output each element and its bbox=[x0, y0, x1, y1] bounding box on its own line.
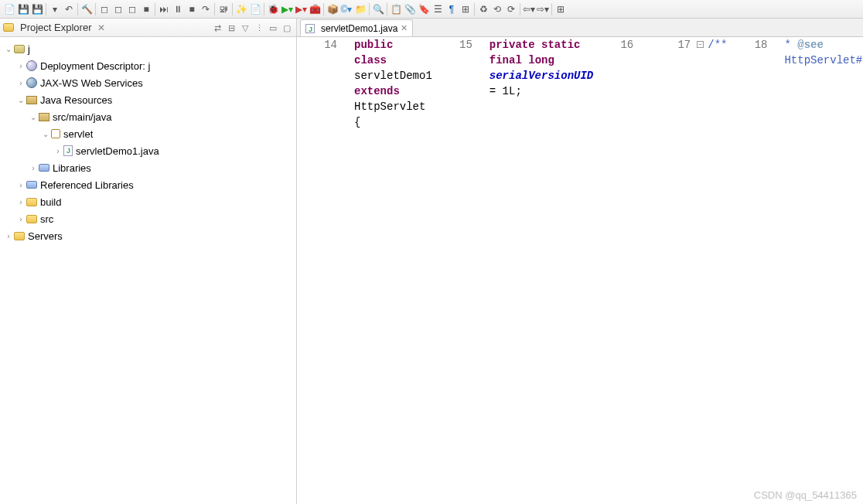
java-file-node[interactable]: › servletDemo1.java bbox=[0, 142, 296, 159]
new2-icon[interactable]: 📄 bbox=[249, 3, 261, 15]
java-file-icon bbox=[305, 24, 315, 33]
drop-icon[interactable]: ▾ bbox=[49, 3, 61, 15]
search-icon[interactable]: 🔍 bbox=[372, 3, 384, 15]
stop-icon[interactable]: ■ bbox=[140, 3, 152, 15]
jaxws-node[interactable]: › JAX-WS Web Services bbox=[0, 74, 296, 91]
editor-area: servletDemo1.java ✕ 14public class servl… bbox=[297, 19, 863, 504]
close-icon[interactable]: ✕ bbox=[401, 23, 408, 33]
libraries-node[interactable]: › Libraries bbox=[0, 159, 296, 176]
pi-icon[interactable]: ¶ bbox=[445, 3, 458, 15]
minimize-icon[interactable]: ▭ bbox=[267, 22, 279, 34]
folder-icon bbox=[3, 23, 14, 32]
editor-tab[interactable]: servletDemo1.java ✕ bbox=[300, 19, 413, 36]
nav2-icon[interactable]: ⟳ bbox=[505, 3, 517, 15]
folder-icon bbox=[26, 198, 37, 206]
ext-run-icon[interactable]: 🧰▾ bbox=[309, 3, 321, 15]
chevron-down-icon[interactable]: ⌄ bbox=[15, 96, 26, 104]
chevron-right-icon[interactable]: › bbox=[15, 79, 26, 87]
step-icon[interactable]: ↷ bbox=[200, 3, 212, 15]
build-node[interactable]: › build bbox=[0, 193, 296, 210]
link-editor-icon[interactable]: ⇄ bbox=[211, 22, 223, 34]
filter-icon[interactable]: ▽ bbox=[239, 22, 251, 34]
chevron-right-icon[interactable]: › bbox=[3, 232, 14, 240]
box3-icon[interactable]: ◻ bbox=[126, 3, 138, 15]
src-node[interactable]: › src bbox=[0, 210, 296, 227]
forward-icon[interactable]: ⇨▾ bbox=[537, 3, 549, 15]
new-class-icon[interactable]: ©▾ bbox=[340, 3, 353, 15]
skip-icon[interactable]: ⏭ bbox=[158, 3, 170, 15]
dd-node[interactable]: › Deployment Descriptor: j bbox=[0, 57, 296, 74]
collapse-all-icon[interactable]: ⊟ bbox=[225, 22, 237, 34]
server-icon[interactable]: 🖳 bbox=[217, 3, 230, 15]
java-file-icon bbox=[63, 145, 73, 156]
box-icon[interactable]: ◻ bbox=[98, 3, 111, 15]
chevron-right-icon[interactable]: › bbox=[15, 181, 26, 189]
panel-title: Project Explorer bbox=[20, 22, 91, 33]
library-icon bbox=[26, 181, 37, 189]
editor-tabs: servletDemo1.java ✕ bbox=[297, 19, 863, 37]
chevron-down-icon[interactable]: ⌄ bbox=[28, 113, 39, 121]
chevron-right-icon[interactable]: › bbox=[53, 147, 63, 155]
chevron-right-icon[interactable]: › bbox=[15, 215, 26, 223]
coverage-icon[interactable]: ▶▾ bbox=[295, 3, 307, 15]
build-icon[interactable]: 🔨 bbox=[80, 3, 93, 15]
ref-libraries-node[interactable]: › Referenced Libraries bbox=[0, 176, 296, 193]
save-all-icon[interactable]: 💾 bbox=[31, 3, 43, 15]
maximize-icon[interactable]: ▢ bbox=[281, 22, 293, 34]
src-main-java-node[interactable]: ⌄ src/main/java bbox=[0, 108, 296, 125]
task-icon[interactable]: 📋 bbox=[390, 3, 402, 15]
project-icon bbox=[14, 45, 25, 53]
source-folder-icon bbox=[39, 113, 49, 121]
run-icon[interactable]: ▶▾ bbox=[281, 3, 293, 15]
java-resources-node[interactable]: ⌄ Java Resources bbox=[0, 91, 296, 108]
toggle-icon[interactable]: ⊞ bbox=[459, 3, 472, 15]
refresh-icon[interactable]: ♻ bbox=[477, 3, 489, 15]
servers-node[interactable]: › Servers bbox=[0, 227, 296, 244]
library-icon bbox=[39, 164, 49, 172]
box2-icon[interactable]: ◻ bbox=[112, 3, 125, 15]
code-editor[interactable]: 14public class servletDemo1 extends Http… bbox=[297, 37, 863, 504]
view-menu-icon[interactable]: ⋮ bbox=[253, 22, 265, 34]
chevron-right-icon[interactable]: › bbox=[15, 198, 26, 206]
folder-icon bbox=[14, 232, 25, 240]
undo-icon[interactable]: ↶ bbox=[63, 3, 75, 15]
back-icon[interactable]: ⇦▾ bbox=[523, 3, 535, 15]
project-tree[interactable]: ⌄ j › Deployment Descriptor: j › JAX-WS … bbox=[0, 37, 296, 504]
new-icon[interactable]: 📄 bbox=[3, 3, 15, 15]
nav1-icon[interactable]: ⟲ bbox=[491, 3, 503, 15]
package-node[interactable]: ⌄ servlet bbox=[0, 125, 296, 142]
persp-icon[interactable]: ⊞ bbox=[554, 3, 567, 15]
project-node[interactable]: ⌄ j bbox=[0, 40, 296, 57]
descriptor-icon bbox=[26, 60, 37, 71]
attach-icon[interactable]: 📎 bbox=[404, 3, 416, 15]
chevron-right-icon[interactable]: › bbox=[15, 62, 26, 70]
chevron-down-icon[interactable]: ⌄ bbox=[3, 45, 14, 53]
folder-icon bbox=[26, 215, 37, 223]
new-pkg-icon[interactable]: 📦▾ bbox=[326, 3, 339, 15]
bookmark-icon[interactable]: 🔖 bbox=[418, 3, 430, 15]
list-icon[interactable]: ☰ bbox=[432, 3, 444, 15]
project-explorer-view: Project Explorer ✕ ⇄ ⊟ ▽ ⋮ ▭ ▢ ⌄ j bbox=[0, 19, 297, 504]
new-folder-icon[interactable]: 📁▾ bbox=[354, 3, 367, 15]
pause-icon[interactable]: ⏸ bbox=[172, 3, 184, 15]
close-icon[interactable]: ✕ bbox=[94, 22, 108, 33]
wizard-icon[interactable]: ✨ bbox=[235, 3, 247, 15]
bug-icon[interactable]: 🐞▾ bbox=[267, 3, 279, 15]
stop2-icon[interactable]: ■ bbox=[186, 3, 198, 15]
globe-icon bbox=[26, 77, 37, 88]
main-toolbar: 📄 💾 💾 ▾ ↶ 🔨 ◻ ◻ ◻ ■ ⏭ ⏸ ■ ↷ 🖳 ✨ 📄 🐞▾ ▶▾ … bbox=[0, 0, 863, 19]
watermark: CSDN @qq_54411365 bbox=[754, 489, 857, 501]
package-icon bbox=[51, 129, 60, 138]
resources-icon bbox=[26, 96, 37, 104]
explorer-header: Project Explorer ✕ ⇄ ⊟ ▽ ⋮ ▭ ▢ bbox=[0, 19, 296, 37]
chevron-right-icon[interactable]: › bbox=[28, 164, 39, 172]
save-icon[interactable]: 💾 bbox=[17, 3, 29, 15]
chevron-down-icon[interactable]: ⌄ bbox=[40, 130, 51, 138]
